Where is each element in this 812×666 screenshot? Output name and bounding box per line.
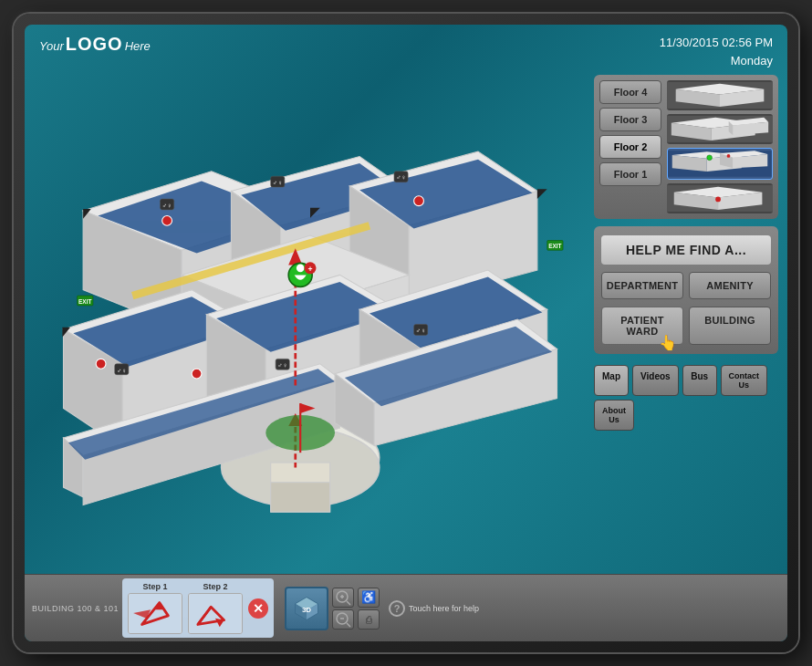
zoom-in-button[interactable] [332, 588, 354, 608]
svg-text:♂♀: ♂♀ [277, 361, 287, 369]
logo-main: LOGO [66, 34, 123, 55]
bottom-toolbar: BUILDING 100 & 101 Step 1 [25, 574, 787, 641]
amenity-button[interactable]: AMENITY [689, 272, 771, 299]
svg-point-64 [192, 369, 202, 379]
svg-text:+: + [307, 265, 312, 274]
print-button[interactable]: ⎙ [358, 609, 380, 630]
close-button[interactable]: ✕ [248, 598, 268, 619]
svg-line-117 [347, 601, 350, 605]
contact-us-button[interactable]: ContactUs [721, 365, 768, 396]
svg-marker-74 [537, 189, 547, 199]
svg-point-100 [715, 196, 721, 202]
step2-container: Step 2 [188, 582, 243, 634]
help-text: Touch here for help [409, 604, 479, 613]
nav-cube-button[interactable]: 3D [285, 587, 328, 630]
map-svg: + ♂♀ ♂♀ ♂♀ ♂♀ ♂♀ ♂ [34, 75, 587, 574]
building-label: BUILDING 100 & 101 [32, 604, 119, 613]
help-area[interactable]: ? Touch here for help [389, 600, 479, 617]
step1-label: Step 1 [143, 582, 168, 591]
svg-text:EXIT: EXIT [548, 243, 561, 249]
svg-text:EXIT: EXIT [78, 298, 91, 305]
screen: Your LOGO Here 11/30/2015 02:56 PM Monda… [25, 25, 787, 641]
datetime-area: 11/30/2015 02:56 PM Monday [660, 34, 773, 69]
help-icon[interactable]: ? [389, 600, 405, 617]
floor3-thumb [667, 114, 773, 144]
svg-point-63 [96, 359, 106, 369]
svg-rect-105 [189, 594, 241, 633]
svg-text:♂♀: ♂♀ [161, 202, 172, 210]
floor2-button[interactable]: Floor 2 [599, 135, 661, 159]
building-map[interactable]: + ♂♀ ♂♀ ♂♀ ♂♀ ♂♀ ♂ [34, 75, 587, 574]
main-content: + ♂♀ ♂♀ ♂♀ ♂♀ ♂♀ ♂ [25, 75, 787, 574]
floor4-button[interactable]: Floor 4 [599, 80, 661, 104]
step1-container: Step 1 [128, 582, 182, 634]
about-us-button[interactable]: AboutUs [594, 400, 634, 431]
find-buttons-row2: PATIENT WARD 👆 BUILDING [601, 307, 771, 345]
find-buttons-row1: DEPARTMENT AMENITY [601, 272, 771, 299]
logo-here: Here [125, 39, 151, 53]
svg-point-95 [727, 154, 731, 158]
day: Monday [660, 52, 773, 70]
header: Your LOGO Here 11/30/2015 02:56 PM Monda… [25, 25, 787, 75]
bottom-right-toolbar: Map Videos Bus ContactUs AboutUs [594, 365, 778, 431]
wheelchair-button[interactable]: ♿ [358, 588, 380, 608]
floor2-thumb [667, 148, 773, 180]
logo-your: Your [39, 39, 64, 53]
logo-area: Your LOGO Here [39, 34, 151, 55]
patient-ward-button[interactable]: PATIENT WARD 👆 [601, 307, 683, 345]
svg-line-120 [347, 623, 350, 627]
floor-thumbnails [667, 80, 773, 213]
svg-point-62 [414, 196, 424, 206]
svg-text:3D: 3D [302, 606, 311, 614]
floor4-thumb [667, 80, 773, 110]
zoom-controls [332, 588, 354, 630]
svg-text:♂♀: ♂♀ [416, 327, 426, 335]
floor1-thumb [667, 183, 773, 213]
building-button[interactable]: BUILDING [689, 307, 771, 345]
map-area: + ♂♀ ♂♀ ♂♀ ♂♀ ♂♀ ♂ [34, 75, 587, 574]
department-button[interactable]: DEPARTMENT [601, 272, 683, 299]
floor-buttons: Floor 4 Floor 3 Floor 2 Floor 1 [599, 80, 661, 213]
videos-button[interactable]: Videos [632, 365, 679, 396]
step2-thumb [188, 593, 243, 634]
svg-point-94 [707, 155, 713, 161]
step2-label: Step 2 [203, 582, 228, 591]
monitor: Your LOGO Here 11/30/2015 02:56 PM Monda… [14, 14, 798, 652]
map-button[interactable]: Map [594, 365, 629, 396]
find-panel: HELP ME FIND A... DEPARTMENT AMENITY PAT… [594, 226, 778, 354]
access-print-controls: ♿ ⎙ [358, 588, 380, 630]
datetime: 11/30/2015 02:56 PM [660, 34, 773, 52]
svg-text:♂♀: ♂♀ [273, 179, 283, 187]
floor3-button[interactable]: Floor 3 [599, 108, 661, 131]
zoom-out-button[interactable] [332, 609, 354, 630]
svg-text:♂♀: ♂♀ [396, 174, 406, 182]
steps-panel: Step 1 Step 2 [122, 578, 274, 638]
step1-thumb [128, 593, 182, 634]
find-title: HELP ME FIND A... [601, 235, 771, 265]
floor-selector: Floor 4 Floor 3 Floor 2 Floor 1 [594, 75, 778, 219]
svg-point-46 [297, 264, 305, 272]
svg-text:♂♀: ♂♀ [117, 367, 127, 375]
hand-pointer-icon: 👆 [659, 334, 677, 351]
bus-button[interactable]: Bus [682, 365, 717, 396]
svg-point-61 [162, 215, 172, 225]
nav-controls-area: 3D [285, 587, 380, 630]
svg-rect-31 [271, 483, 330, 512]
floor1-button[interactable]: Floor 1 [599, 162, 661, 186]
right-panel: Floor 4 Floor 3 Floor 2 Floor 1 [587, 75, 778, 574]
